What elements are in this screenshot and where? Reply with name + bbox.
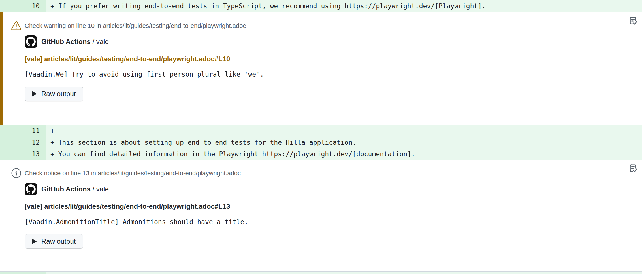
raw-output-button[interactable]: Raw output	[25, 234, 83, 249]
check-run-title: GitHub Actions / vale	[41, 38, 109, 46]
diff-line-code: + If you prefer writing end-to-end tests…	[46, 0, 642, 12]
github-mark-icon	[25, 183, 37, 195]
annotation-header: Check notice on line 13 in articles/lit/…	[11, 160, 642, 178]
check-app-name: GitHub Actions	[41, 38, 91, 45]
diff-line-row-13: 13 + You can find detailed information i…	[0, 148, 642, 160]
annotation-header-text: Check warning on line 10 in articles/lit…	[25, 22, 246, 29]
diff-line-number[interactable]: 12	[0, 137, 46, 148]
diff-line-row-10: 10 + If you prefer writing end-to-end te…	[0, 0, 642, 12]
info-circle-icon	[11, 168, 22, 178]
play-icon	[32, 91, 37, 97]
annotation-message: [Vaadin.We] Try to avoid using first-per…	[25, 70, 642, 79]
annotation-action-button[interactable]	[627, 16, 637, 26]
diff-code-partial	[46, 272, 642, 274]
diff-line-code: +	[46, 125, 642, 137]
annotation-check-icon	[627, 16, 637, 26]
diff-gutter-partial	[0, 272, 46, 274]
annotation-message: [Vaadin.AdmonitionTitle] Admonitions sho…	[25, 218, 642, 226]
annotation-file-link[interactable]: [vale] articles/lit/guides/testing/end-t…	[25, 202, 642, 211]
annotation-check-icon	[627, 163, 637, 174]
alert-triangle-icon	[11, 20, 22, 31]
check-app-name: GitHub Actions	[41, 185, 91, 193]
check-name: / vale	[92, 38, 108, 45]
check-name: / vale	[92, 185, 108, 193]
diff-line-number[interactable]: 10	[0, 0, 46, 12]
github-mark-icon	[25, 35, 37, 48]
check-annotation-warning: Check warning on line 10 in articles/lit…	[0, 12, 642, 125]
check-run-header: GitHub Actions / vale	[25, 183, 642, 195]
raw-output-label: Raw output	[41, 90, 76, 98]
play-icon	[32, 239, 37, 244]
annotation-file-link[interactable]: [vale] articles/lit/guides/testing/end-t…	[25, 55, 642, 63]
diff-line-number[interactable]: 11	[0, 125, 46, 137]
check-run-header: GitHub Actions / vale	[25, 35, 642, 48]
annotation-action-button[interactable]	[627, 163, 637, 174]
diff-next-row-partial	[0, 271, 642, 274]
diff-line-row-11: 11 +	[0, 125, 642, 137]
check-annotation-notice: Check notice on line 13 in articles/lit/…	[0, 160, 642, 271]
check-run-title: GitHub Actions / vale	[41, 185, 109, 193]
raw-output-label: Raw output	[41, 237, 76, 245]
annotation-header: Check warning on line 10 in articles/lit…	[11, 12, 642, 31]
diff-file-container: 10 + If you prefer writing end-to-end te…	[0, 0, 642, 274]
diff-line-row-12: 12 + This section is about setting up en…	[0, 137, 642, 148]
diff-line-number[interactable]: 13	[0, 148, 46, 160]
annotation-header-text: Check notice on line 13 in articles/lit/…	[25, 170, 241, 177]
raw-output-button[interactable]: Raw output	[25, 87, 83, 101]
diff-line-code: + You can find detailed information in t…	[46, 148, 642, 160]
diff-line-code: + This section is about setting up end-t…	[46, 137, 642, 148]
